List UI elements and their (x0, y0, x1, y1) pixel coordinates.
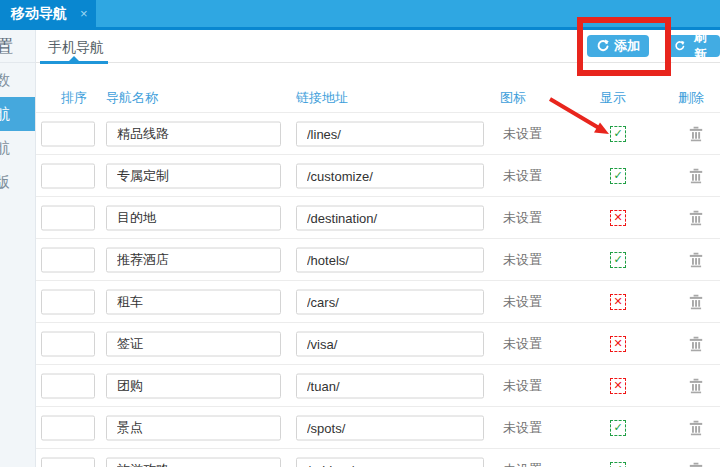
sort-input[interactable] (41, 121, 95, 146)
icon-status-text: 未设置 (503, 377, 542, 395)
nav-name-input[interactable] (106, 121, 281, 146)
display-state-glyph: ✓ (613, 463, 622, 467)
refresh-icon (596, 39, 610, 53)
refresh-icon (674, 39, 686, 53)
display-state-glyph: ✓ (613, 127, 622, 140)
link-url-input[interactable] (296, 247, 484, 272)
display-state-glyph: ✕ (613, 211, 622, 224)
table-row: 未设置 ✕ (36, 365, 720, 407)
nav-table-rows: 未设置 ✓ 未设置 (36, 113, 720, 467)
display-state-glyph: ✓ (613, 253, 622, 266)
table-row: 未设置 ✕ (36, 323, 720, 365)
link-url-input[interactable] (296, 163, 484, 188)
delete-trash-icon[interactable] (689, 210, 703, 225)
sidebar-item-label: 航 (0, 105, 10, 124)
display-toggle-icon[interactable]: ✕ (610, 336, 626, 352)
nav-name-input[interactable] (106, 205, 281, 230)
sort-input[interactable] (41, 205, 95, 230)
nav-name-input[interactable] (106, 415, 281, 440)
column-header-delete: 删除 (678, 89, 704, 107)
display-toggle-icon[interactable]: ✕ (610, 294, 626, 310)
sort-input[interactable] (41, 373, 95, 398)
main-panel: 手机导航 添加 刷新 排序 导航名称 链接地址 (36, 30, 720, 467)
icon-status-text: 未设置 (503, 251, 542, 269)
app-window: 移动导航 × 置 数 航 航 版 手机导航 (0, 0, 720, 467)
delete-trash-icon[interactable] (689, 294, 703, 309)
delete-trash-icon[interactable] (689, 378, 703, 393)
delete-trash-icon[interactable] (689, 336, 703, 351)
sidebar-items: 数 航 航 版 (0, 63, 35, 199)
delete-trash-icon[interactable] (689, 420, 703, 435)
nav-name-input[interactable] (106, 457, 281, 467)
panel-tab-bar: 手机导航 添加 刷新 (36, 30, 720, 63)
refresh-button[interactable]: 刷新 (665, 35, 720, 57)
nav-name-input[interactable] (106, 373, 281, 398)
icon-status-text: 未设置 (503, 419, 542, 437)
link-url-input[interactable] (296, 415, 484, 440)
window-tab-mobile-nav[interactable]: 移动导航 × (0, 0, 96, 27)
sort-input[interactable] (41, 457, 95, 467)
icon-status-text: 未设置 (503, 293, 542, 311)
delete-trash-icon[interactable] (689, 126, 703, 141)
display-state-glyph: ✕ (613, 337, 622, 350)
table-row: 未设置 ✕ (36, 197, 720, 239)
column-header-name: 导航名称 (106, 89, 158, 107)
sort-input[interactable] (41, 163, 95, 188)
sidebar-item[interactable]: 版 (0, 165, 35, 199)
link-url-input[interactable] (296, 121, 484, 146)
sidebar-item-label: 航 (0, 139, 10, 158)
column-header-link: 链接地址 (296, 89, 348, 107)
link-url-input[interactable] (296, 331, 484, 356)
display-toggle-icon[interactable]: ✓ (610, 420, 626, 436)
link-url-input[interactable] (296, 373, 484, 398)
display-toggle-icon[interactable]: ✓ (610, 168, 626, 184)
nav-name-input[interactable] (106, 289, 281, 314)
display-toggle-icon[interactable]: ✕ (610, 378, 626, 394)
add-button-label: 添加 (614, 37, 640, 55)
display-toggle-icon[interactable]: ✓ (610, 252, 626, 268)
display-state-glyph: ✓ (613, 421, 622, 434)
nav-name-input[interactable] (106, 163, 281, 188)
refresh-button-label: 刷新 (690, 28, 711, 64)
add-button[interactable]: 添加 (587, 35, 649, 57)
window-tab-label: 移动导航 (11, 5, 67, 23)
display-state-glyph: ✕ (613, 295, 622, 308)
display-state-glyph: ✕ (613, 379, 622, 392)
delete-trash-icon[interactable] (689, 168, 703, 183)
sidebar-item[interactable]: 航 (0, 97, 35, 131)
sidebar-item[interactable]: 航 (0, 131, 35, 165)
icon-status-text: 未设置 (503, 461, 542, 467)
display-toggle-icon[interactable]: ✓ (610, 462, 626, 467)
icon-status-text: 未设置 (503, 125, 542, 143)
link-url-input[interactable] (296, 289, 484, 314)
tab-phone-nav[interactable]: 手机导航 (48, 39, 104, 57)
delete-trash-icon[interactable] (689, 462, 703, 467)
nav-name-input[interactable] (106, 331, 281, 356)
display-toggle-icon[interactable]: ✓ (610, 126, 626, 142)
sidebar-item[interactable]: 数 (0, 63, 35, 97)
active-tab-caret (69, 56, 79, 61)
column-header-display: 显示 (600, 89, 626, 107)
sort-input[interactable] (41, 247, 95, 272)
table-row: 未设置 ✓ (36, 407, 720, 449)
icon-status-text: 未设置 (503, 209, 542, 227)
icon-status-text: 未设置 (503, 167, 542, 185)
link-url-input[interactable] (296, 205, 484, 230)
sort-input[interactable] (41, 331, 95, 356)
nav-name-input[interactable] (106, 247, 281, 272)
sort-input[interactable] (41, 415, 95, 440)
display-toggle-icon[interactable]: ✕ (610, 210, 626, 226)
column-header-sort: 排序 (61, 89, 87, 107)
close-icon[interactable]: × (80, 6, 88, 21)
delete-trash-icon[interactable] (689, 252, 703, 267)
link-url-input[interactable] (296, 457, 484, 467)
display-state-glyph: ✓ (613, 169, 622, 182)
sidebar-section-title-text: 置 (0, 35, 13, 58)
sort-input[interactable] (41, 289, 95, 314)
table-row: 未设置 ✕ (36, 281, 720, 323)
sidebar-item-label: 版 (0, 173, 10, 192)
window-tab-bar: 移动导航 × (0, 0, 720, 30)
table-row: 未设置 ✓ (36, 155, 720, 197)
sidebar: 置 数 航 航 版 (0, 30, 36, 467)
table-row: 未设置 ✓ (36, 239, 720, 281)
